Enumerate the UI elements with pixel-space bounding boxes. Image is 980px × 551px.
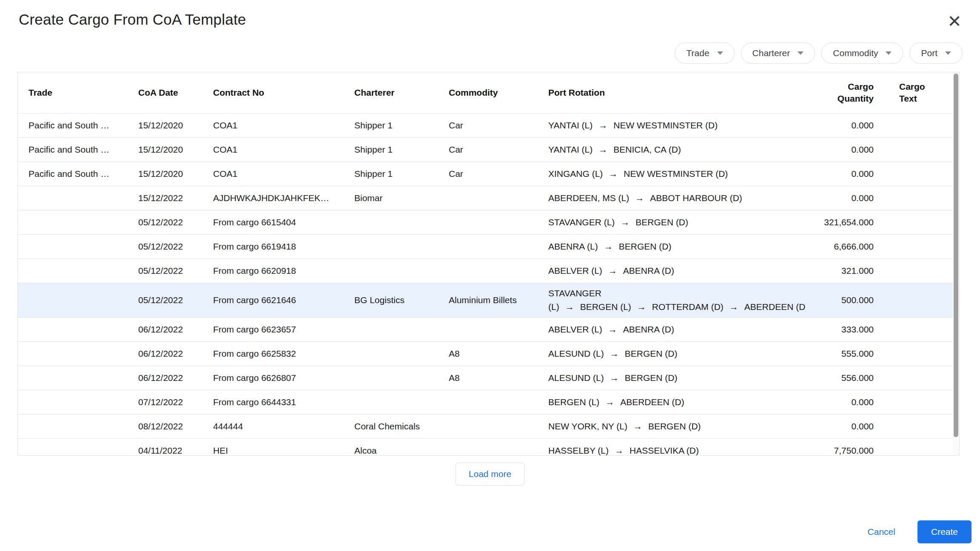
table-body: Pacific and South … 15/12/2020 COA1 Ship… (18, 113, 954, 456)
table-row[interactable]: 06/12/2022 From cargo 6625832 A8 ALESUND… (18, 341, 954, 366)
filter-label: Charterer (752, 48, 790, 58)
filter-button-trade[interactable]: Trade (675, 43, 734, 64)
cell-coa-date: 05/12/2022 (128, 283, 202, 317)
cell-trade (18, 366, 128, 390)
coa-table-container: TradeCoA DateContract NoChartererCommodi… (17, 72, 960, 456)
port-segment: →ABERDEEN (D) (729, 302, 806, 312)
table-row[interactable]: 06/12/2022 From cargo 6623657 ABELVER (L… (18, 317, 954, 341)
cell-cargo-quantity: 6,666.000 (806, 234, 882, 258)
cell-port-rotation: BERGEN (L)→ABERDEEN (D) (538, 390, 806, 414)
cell-trade: Pacific and South … (18, 113, 128, 137)
cell-cargo-text (882, 414, 954, 438)
filter-button-port[interactable]: Port (909, 43, 963, 64)
port-segment: →NEW WESTMINSTER (D) (609, 169, 728, 179)
cell-charterer (344, 317, 438, 341)
create-button[interactable]: Create (917, 520, 971, 543)
cell-port-rotation: ABERDEEN, MS (L)→ABBOT HARBOUR (D) (538, 186, 806, 210)
close-button[interactable]: ✕ (942, 9, 967, 34)
cell-contract-no: From cargo 6620918 (202, 258, 344, 283)
cell-port-rotation: XINGANG (L)→NEW WESTMINSTER (D) (538, 162, 806, 186)
cell-cargo-quantity: 0.000 (806, 113, 882, 137)
arrow-right-icon: → (610, 349, 619, 358)
cell-coa-date: 07/12/2022 (128, 390, 202, 414)
table-row[interactable]: 05/12/2022 From cargo 6619418 ABENRA (L)… (18, 234, 954, 258)
cell-cargo-text (882, 210, 954, 234)
cell-coa-date: 04/11/2022 (128, 438, 202, 456)
cell-cargo-quantity: 333.000 (806, 317, 882, 341)
cell-charterer (344, 210, 438, 234)
cell-charterer: Shipper 1 (344, 137, 438, 162)
cell-trade (18, 414, 128, 438)
port-name: ALESUND (L) (548, 373, 604, 383)
port-name: ABELVER (L) (548, 266, 602, 276)
arrow-right-icon: → (609, 169, 618, 179)
cell-trade: Pacific and South … (18, 137, 128, 162)
table-row[interactable]: 08/12/2022 444444 Coral Chemicals NEW YO… (18, 414, 954, 438)
table-row[interactable]: 07/12/2022 From cargo 6644331 BERGEN (L)… (18, 390, 954, 414)
cell-commodity: A8 (438, 366, 538, 390)
table-row[interactable]: 06/12/2022 From cargo 6626807 A8 ALESUND… (18, 366, 954, 390)
port-name: ABENRA (L) (548, 241, 598, 251)
cell-coa-date: 05/12/2022 (128, 210, 202, 234)
filter-label: Trade (686, 48, 709, 58)
filter-label: Commodity (833, 48, 878, 58)
cell-charterer (344, 366, 438, 390)
cell-contract-no: From cargo 6644331 (202, 390, 344, 414)
port-segment: →BENICIA, CA (D) (598, 145, 681, 154)
filter-button-commodity[interactable]: Commodity (821, 43, 903, 64)
port-segment: →BERGEN (D) (621, 217, 688, 227)
cell-cargo-text (882, 162, 954, 186)
load-more-button[interactable]: Load more (456, 463, 524, 486)
arrow-right-icon: → (608, 266, 617, 276)
port-name: XINGANG (L) (548, 169, 603, 179)
cell-charterer: Alcoa (344, 438, 438, 456)
cell-cargo-quantity: 7,750.000 (806, 438, 882, 456)
cell-cargo-text (882, 113, 954, 137)
cell-coa-date: 05/12/2022 (128, 258, 202, 283)
cell-contract-no: COA1 (202, 162, 344, 186)
port-name: YANTAI (L) (548, 145, 593, 154)
cell-charterer (344, 234, 438, 258)
table-row[interactable]: 15/12/2022 AJDHWKAJHDKJAHKFEK… Biomar AB… (18, 186, 954, 210)
cell-port-rotation: HASSELBY (L)→HASSELVIKA (D) (538, 438, 806, 456)
table-row[interactable]: 05/12/2022 From cargo 6615404 STAVANGER … (18, 210, 954, 234)
filter-bar: Trade Charterer Commodity Port (675, 43, 963, 64)
arrow-right-icon: → (608, 324, 617, 334)
cell-cargo-text (882, 137, 954, 162)
port-segment: →NEW WESTMINSTER (D) (598, 120, 718, 130)
cell-trade (18, 283, 128, 317)
cancel-button[interactable]: Cancel (868, 527, 895, 537)
cell-cargo-quantity: 556.000 (806, 366, 882, 390)
cell-trade: Pacific and South … (18, 162, 128, 186)
coa-table: TradeCoA DateContract NoChartererCommodi… (18, 72, 954, 456)
cell-charterer: Shipper 1 (344, 162, 438, 186)
scrollbar-track[interactable] (953, 72, 959, 455)
filter-button-charterer[interactable]: Charterer (741, 43, 815, 64)
port-segment: →BERGEN (D) (633, 421, 701, 431)
cell-cargo-text (882, 317, 954, 341)
cell-cargo-quantity: 500.000 (806, 283, 882, 317)
cell-commodity (438, 258, 538, 283)
cell-cargo-text (882, 390, 954, 414)
table-row[interactable]: Pacific and South … 15/12/2020 COA1 Ship… (18, 162, 954, 186)
table-row[interactable]: 05/12/2022 From cargo 6621646 BG Logisti… (18, 283, 954, 317)
arrow-right-icon: → (605, 397, 614, 407)
cell-cargo-quantity: 555.000 (806, 341, 882, 366)
column-header-cargo-text: Cargo Text (882, 72, 954, 113)
table-row[interactable]: Pacific and South … 15/12/2020 COA1 Ship… (18, 113, 954, 137)
scrollbar-thumb[interactable] (954, 74, 958, 437)
cell-contract-no: From cargo 6621646 (202, 283, 344, 317)
table-row[interactable]: 05/12/2022 From cargo 6620918 ABELVER (L… (18, 258, 954, 283)
cell-cargo-quantity: 0.000 (806, 186, 882, 210)
port-name: ALESUND (L) (548, 349, 604, 358)
cell-trade (18, 258, 128, 283)
table-row[interactable]: 04/11/2022 HEI Alcoa HASSELBY (L)→HASSEL… (18, 438, 954, 456)
cell-contract-no: 444444 (202, 414, 344, 438)
table-row[interactable]: Pacific and South … 15/12/2020 COA1 Ship… (18, 137, 954, 162)
port-segment: →ABENRA (D) (608, 266, 674, 276)
table-header-row: TradeCoA DateContract NoChartererCommodi… (18, 72, 954, 113)
column-header-commodity: Commodity (438, 72, 538, 113)
port-name: ABELVER (L) (548, 324, 602, 334)
cell-commodity: A8 (438, 341, 538, 366)
port-name: STAVANGER (L) (548, 217, 615, 227)
